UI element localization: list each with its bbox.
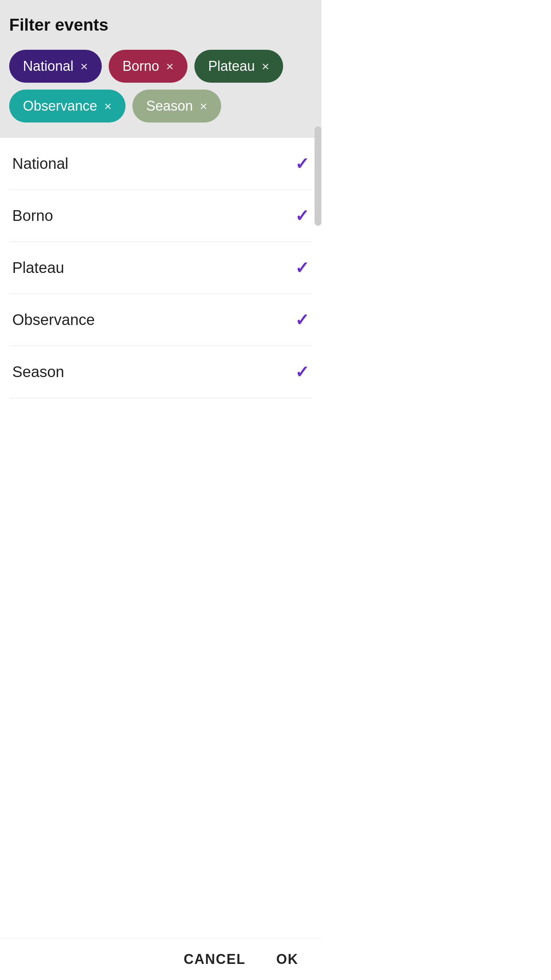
list-item-national[interactable]: National ✓ bbox=[9, 138, 312, 190]
list-item-season-label: Season bbox=[12, 363, 287, 381]
ok-button[interactable]: OK bbox=[276, 951, 298, 967]
list-item-season[interactable]: Season ✓ bbox=[9, 346, 312, 398]
list-item-borno-label: Borno bbox=[12, 207, 287, 224]
tag-plateau-label: Plateau bbox=[208, 58, 255, 74]
tag-borno-label: Borno bbox=[122, 58, 159, 74]
check-observance-icon: ✓ bbox=[295, 310, 309, 330]
tag-plateau[interactable]: Plateau × bbox=[194, 50, 283, 83]
tag-national[interactable]: National × bbox=[9, 50, 102, 83]
list-item-observance-label: Observance bbox=[12, 311, 287, 328]
filter-header-section: Filter events National × Borno × Plateau… bbox=[0, 0, 321, 138]
tag-borno[interactable]: Borno × bbox=[109, 50, 187, 83]
tag-observance-close-icon[interactable]: × bbox=[104, 100, 112, 113]
list-item-national-label: National bbox=[12, 155, 287, 172]
page-title: Filter events bbox=[9, 15, 312, 34]
list-item-borno[interactable]: Borno ✓ bbox=[9, 190, 312, 242]
tag-season-label: Season bbox=[146, 98, 193, 114]
filter-list-section: National ✓ Borno ✓ Plateau ✓ Observance … bbox=[0, 138, 321, 398]
check-national-icon: ✓ bbox=[295, 154, 309, 173]
check-season-icon: ✓ bbox=[295, 362, 309, 382]
bottom-action-bar: CANCEL OK bbox=[0, 938, 321, 980]
tag-season-close-icon[interactable]: × bbox=[200, 100, 207, 113]
active-tags-container: National × Borno × Plateau × Observance … bbox=[9, 50, 312, 122]
tag-national-close-icon[interactable]: × bbox=[80, 60, 88, 73]
list-item-plateau-label: Plateau bbox=[12, 259, 287, 276]
tag-observance-label: Observance bbox=[23, 98, 97, 114]
scrollbar[interactable] bbox=[315, 126, 321, 226]
tag-plateau-close-icon[interactable]: × bbox=[262, 60, 269, 73]
tag-national-label: National bbox=[23, 58, 73, 74]
list-item-plateau[interactable]: Plateau ✓ bbox=[9, 242, 312, 294]
cancel-button[interactable]: CANCEL bbox=[184, 951, 246, 967]
tag-observance[interactable]: Observance × bbox=[9, 90, 126, 122]
tag-borno-close-icon[interactable]: × bbox=[166, 60, 174, 73]
tag-season[interactable]: Season × bbox=[132, 90, 221, 122]
list-item-observance[interactable]: Observance ✓ bbox=[9, 294, 312, 346]
check-borno-icon: ✓ bbox=[295, 206, 309, 225]
check-plateau-icon: ✓ bbox=[295, 258, 309, 278]
